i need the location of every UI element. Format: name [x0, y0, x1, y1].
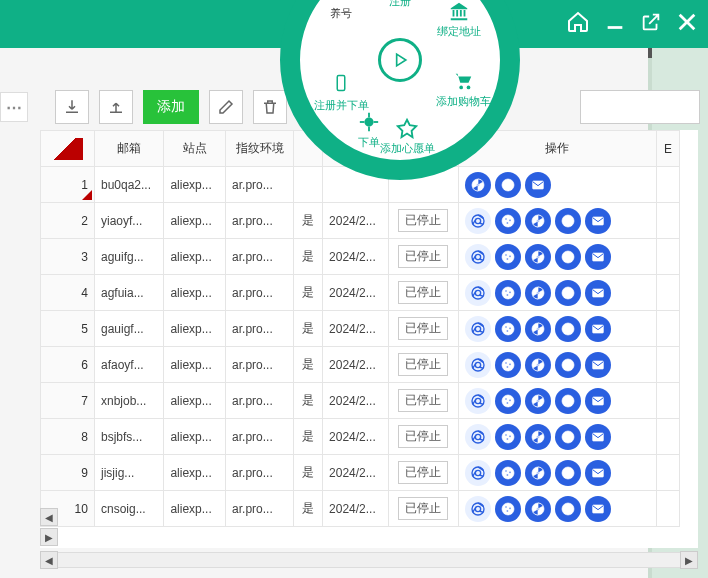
op-info[interactable]: i [555, 244, 581, 270]
table-row[interactable]: 4agfuia...aliexp...ar.pro...是2024/2...已停… [41, 275, 680, 311]
op-chrome[interactable] [465, 424, 491, 450]
table-row[interactable]: 8bsjbfs...aliexp...ar.pro...是2024/2...已停… [41, 419, 680, 455]
op-radiation[interactable] [525, 316, 551, 342]
op-info[interactable]: i [555, 388, 581, 414]
cell-env: ar.pro... [226, 275, 294, 311]
row-number[interactable]: 2 [41, 203, 95, 239]
row-number[interactable]: 3 [41, 239, 95, 275]
sidebar-expand[interactable]: ⋯ [0, 92, 28, 122]
popout-button[interactable] [640, 11, 662, 37]
op-chrome[interactable] [465, 280, 491, 306]
row-number[interactable]: 5 [41, 311, 95, 347]
op-cookie[interactable] [495, 316, 521, 342]
op-info[interactable]: i [555, 316, 581, 342]
row-number[interactable]: 8 [41, 419, 95, 455]
delete-button[interactable] [253, 90, 287, 124]
h-scrollbar[interactable]: ◀ ▶ [40, 550, 698, 570]
radial-bind-address[interactable]: 绑定地址 [424, 0, 494, 39]
table-row[interactable]: 2yiaoyf...aliexp...ar.pro...是2024/2...已停… [41, 203, 680, 239]
op-cookie[interactable] [495, 352, 521, 378]
op-info[interactable]: i [555, 460, 581, 486]
op-mail[interactable] [585, 244, 611, 270]
op-chrome[interactable] [465, 316, 491, 342]
op-radiation[interactable] [465, 172, 491, 198]
op-mail[interactable] [585, 280, 611, 306]
col-mail[interactable]: 邮箱 [94, 131, 163, 167]
op-radiation[interactable] [525, 208, 551, 234]
op-chrome[interactable] [465, 460, 491, 486]
table-row[interactable]: 3aguifg...aliexp...ar.pro...是2024/2...已停… [41, 239, 680, 275]
op-mail[interactable] [585, 496, 611, 522]
op-info[interactable]: i [555, 280, 581, 306]
home-button[interactable] [566, 10, 590, 38]
radial-play-button[interactable] [378, 38, 422, 82]
op-radiation[interactable] [525, 280, 551, 306]
table-row[interactable]: 5gauigf...aliexp...ar.pro...是2024/2...已停… [41, 311, 680, 347]
svg-point-22 [472, 251, 484, 263]
op-mail[interactable] [585, 316, 611, 342]
op-radiation[interactable] [525, 352, 551, 378]
row-number[interactable]: 1 [41, 167, 95, 203]
row-next[interactable]: ▶ [40, 528, 58, 546]
op-mail[interactable] [525, 172, 551, 198]
table-row[interactable]: 6afaoyf...aliexp...ar.pro...是2024/2...已停… [41, 347, 680, 383]
row-number[interactable]: 7 [41, 383, 95, 419]
op-radiation[interactable] [525, 244, 551, 270]
upload-button[interactable] [99, 90, 133, 124]
col-env[interactable]: 指纹环境 [226, 131, 294, 167]
op-cookie[interactable] [495, 280, 521, 306]
op-chrome[interactable] [465, 208, 491, 234]
row-number[interactable]: 9 [41, 455, 95, 491]
table-row[interactable]: 10cnsoig...aliexp...ar.pro...是2024/2...已… [41, 491, 680, 527]
search-input[interactable] [580, 90, 700, 124]
cell-env: ar.pro... [226, 347, 294, 383]
op-radiation[interactable] [525, 460, 551, 486]
op-mail[interactable] [585, 352, 611, 378]
add-button[interactable]: 添加 [143, 90, 199, 124]
scroll-track[interactable] [58, 552, 680, 568]
radial-add-cart[interactable]: 添加购物车 [428, 70, 498, 109]
op-chrome[interactable] [465, 244, 491, 270]
svg-point-84 [505, 398, 507, 400]
svg-point-69 [502, 359, 514, 371]
op-radiation[interactable] [525, 496, 551, 522]
op-chrome[interactable] [465, 352, 491, 378]
col-site[interactable]: 站点 [164, 131, 226, 167]
download-button[interactable] [55, 90, 89, 124]
op-mail[interactable] [585, 460, 611, 486]
row-prev[interactable]: ◀ [40, 508, 58, 526]
op-info[interactable]: i [555, 352, 581, 378]
op-cookie[interactable] [495, 208, 521, 234]
close-button[interactable] [676, 11, 698, 37]
row-number[interactable]: 4 [41, 275, 95, 311]
op-chrome[interactable] [465, 388, 491, 414]
op-cookie[interactable] [495, 388, 521, 414]
op-info[interactable]: i [555, 424, 581, 450]
cell-site: aliexp... [164, 275, 226, 311]
op-cookie[interactable] [495, 424, 521, 450]
edit-button[interactable] [209, 90, 243, 124]
scroll-left[interactable]: ◀ [40, 551, 58, 569]
op-info[interactable]: i [555, 496, 581, 522]
op-info[interactable]: i [555, 208, 581, 234]
scroll-right[interactable]: ▶ [680, 551, 698, 569]
table-row[interactable]: 7xnbjob...aliexp...ar.pro...是2024/2...已停… [41, 383, 680, 419]
select-all-corner[interactable] [47, 138, 83, 160]
col-extra[interactable]: E [656, 131, 679, 167]
table-row[interactable]: 9jisjig...aliexp...ar.pro...是2024/2...已停… [41, 455, 680, 491]
op-mail[interactable] [585, 388, 611, 414]
op-cookie[interactable] [495, 244, 521, 270]
radial-order[interactable]: 下单 [334, 111, 404, 150]
op-info[interactable]: i [495, 172, 521, 198]
op-chrome[interactable] [465, 496, 491, 522]
minimize-button[interactable] [604, 11, 626, 37]
op-mail[interactable] [585, 424, 611, 450]
row-number[interactable]: 6 [41, 347, 95, 383]
op-cookie[interactable] [495, 460, 521, 486]
op-radiation[interactable] [525, 424, 551, 450]
left-gutter [0, 48, 30, 578]
op-cookie[interactable] [495, 496, 521, 522]
radial-register-order[interactable]: 注册并下单 [306, 70, 376, 113]
op-radiation[interactable] [525, 388, 551, 414]
op-mail[interactable] [585, 208, 611, 234]
